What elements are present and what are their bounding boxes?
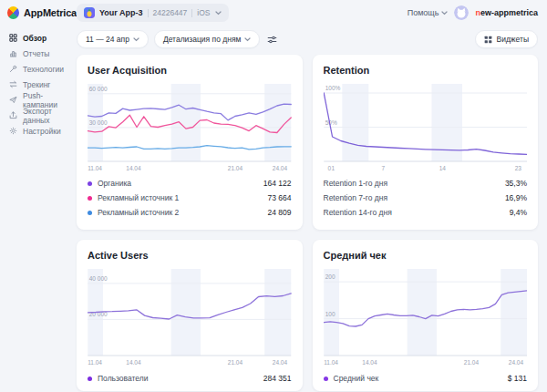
x-tick-label: 11.04 <box>88 359 102 366</box>
card-title: Средний чек <box>324 250 528 261</box>
legend-label: Retention 14-го дня <box>324 208 392 217</box>
username[interactable]: new-appmetrica <box>475 8 538 17</box>
chart-band <box>342 84 368 161</box>
chart-band <box>264 269 291 356</box>
sidebar-item-label: Технологии <box>23 65 64 74</box>
appmetrica-dashboard: AppMetrica Your App-3 24226447 iOS Помощ <box>0 0 547 391</box>
card-title: User Acquisition <box>88 65 292 76</box>
legend-value: 284 351 <box>263 374 292 383</box>
sidebar-item-label: Отчеты <box>23 49 49 58</box>
series-dot-icon <box>88 196 92 201</box>
sidebar-item-settings[interactable]: Настройки <box>9 123 77 139</box>
series-dot-icon <box>88 211 92 215</box>
legend-item-retention-day14[interactable]: Retention 14-го дня 9,4% <box>324 205 528 220</box>
average-check-card: Средний чек 10020011.0414.0421.0424.04 С… <box>313 240 539 391</box>
widgets-grid: User Acquisition 30 00060 00011.0414.042… <box>77 55 538 391</box>
toolbar: 11 — 24 апр Детализация по дням Виджеты <box>77 29 538 49</box>
app-platform: iOS <box>197 8 210 17</box>
legend-item-average-check[interactable]: Средний чек $ 131 <box>324 370 528 387</box>
legend-label: Рекламный источник 1 <box>98 193 179 202</box>
tracking-icon <box>9 80 17 88</box>
chevron-down-icon <box>244 37 251 42</box>
date-range-selector[interactable]: 11 — 24 апр <box>77 30 149 48</box>
active-users-card: Active Users 20 00040 00011.0414.0421.04… <box>77 240 303 391</box>
avatar[interactable] <box>454 5 469 20</box>
grid-icon <box>9 34 17 42</box>
sidebar-item-overview[interactable]: Обзор <box>9 30 77 46</box>
y-tick-label: 50% <box>325 119 336 126</box>
retention-card: Retention 50%100%0171423 Retention 1-го … <box>313 55 539 230</box>
legend-label: Пользователи <box>98 374 148 383</box>
legend-value: $ 131 <box>508 374 527 383</box>
sidebar-item-label: Трекинг <box>23 80 50 89</box>
app-icon <box>84 7 95 18</box>
legend-value: 164 122 <box>263 179 292 188</box>
legend-value: 24 809 <box>268 208 292 217</box>
sidebar-item-push-campaigns[interactable]: Push-кампании <box>9 92 77 108</box>
help-menu[interactable]: Помощь <box>408 8 449 17</box>
legend-item-ad-source-1[interactable]: Рекламный источник 1 73 664 <box>88 191 292 205</box>
sidebar-item-tracking[interactable]: Трекинг <box>9 77 77 92</box>
y-tick-label: 40 000 <box>89 275 108 282</box>
legend-label: Retention 1-го дня <box>324 179 388 188</box>
sidebar-item-technologies[interactable]: Технологии <box>9 61 77 77</box>
divider <box>191 9 192 17</box>
card-title: Active Users <box>88 250 292 261</box>
legend-item-users[interactable]: Пользователи 284 351 <box>88 370 292 387</box>
x-tick-label: 7 <box>381 165 385 171</box>
legend: Средний чек $ 131 <box>324 370 528 387</box>
granularity-label: Детализация по дням <box>163 35 241 44</box>
legend-item-ad-source-2[interactable]: Рекламный источник 2 24 809 <box>88 205 292 220</box>
legend-value: 9,4% <box>510 208 527 217</box>
x-tick-label: 1 <box>331 165 335 171</box>
filters-button[interactable] <box>265 35 279 45</box>
legend-label: Рекламный источник 2 <box>98 208 179 217</box>
brand-name: AppMetrica <box>24 7 77 18</box>
widgets-button[interactable]: Виджеты <box>475 30 538 48</box>
legend-item-retention-day1[interactable]: Retention 1-го дня 35,3% <box>324 176 528 191</box>
legend-item-retention-day7[interactable]: Retention 7-го дня 16,9% <box>324 191 528 205</box>
brand[interactable]: AppMetrica <box>7 6 77 19</box>
username-rest: ew-appmetrica <box>480 8 538 17</box>
push-icon <box>9 96 17 104</box>
appmetrica-logo-icon <box>7 6 19 19</box>
x-tick-label: 14 <box>439 165 446 171</box>
reports-icon <box>9 49 17 57</box>
y-tick-label: 100 <box>325 311 335 317</box>
chevron-down-icon <box>133 37 139 42</box>
topbar-right: Помощь new-appmetrica <box>408 5 538 20</box>
sidebar-item-data-export[interactable]: Экспорт данных <box>9 108 77 123</box>
legend-label: Органика <box>98 179 131 188</box>
retention-chart[interactable]: 50%100%0171423 <box>324 80 528 173</box>
app-id: 24226447 <box>153 8 188 17</box>
x-tick-label: 21.04 <box>463 359 479 366</box>
date-range-label: 11 — 24 апр <box>86 35 129 44</box>
x-tick-label: 14.04 <box>126 359 141 366</box>
active-users-chart[interactable]: 20 00040 00011.0414.0421.0424.04 <box>88 265 292 367</box>
x-tick-label: 14.04 <box>126 165 141 171</box>
export-icon <box>9 111 17 119</box>
app-selector[interactable]: Your App-3 24226447 iOS <box>77 4 229 22</box>
sidebar-item-label: Обзор <box>23 34 46 43</box>
y-tick-label: 30 000 <box>89 119 108 126</box>
user-acquisition-chart[interactable]: 30 00060 00011.0414.0421.0424.04 <box>88 80 292 173</box>
x-tick-label: 21.04 <box>228 359 243 366</box>
y-tick-label: 100% <box>325 85 340 91</box>
x-tick-label: 24.04 <box>273 359 288 366</box>
average-check-chart[interactable]: 10020011.0414.0421.0424.04 <box>324 265 528 367</box>
legend: Retention 1-го дня 35,3% Retention 7-го … <box>324 176 528 220</box>
granularity-selector[interactable]: Детализация по дням <box>154 30 260 48</box>
chart-band <box>264 84 291 161</box>
help-label: Помощь <box>408 8 439 17</box>
sidebar-item-label: Настройки <box>23 127 61 136</box>
series-dot-icon <box>88 377 92 381</box>
x-tick-label: 24.04 <box>508 359 523 366</box>
x-tick-label: 11.04 <box>88 165 102 171</box>
chevron-down-icon <box>215 11 222 15</box>
legend-value: 16,9% <box>505 193 527 202</box>
x-tick-label: 23 <box>514 165 521 171</box>
legend-label: Retention 7-го дня <box>324 193 388 202</box>
legend-item-organic[interactable]: Органика 164 122 <box>88 176 292 191</box>
sidebar-item-reports[interactable]: Отчеты <box>9 46 77 61</box>
sliders-icon <box>267 35 277 45</box>
